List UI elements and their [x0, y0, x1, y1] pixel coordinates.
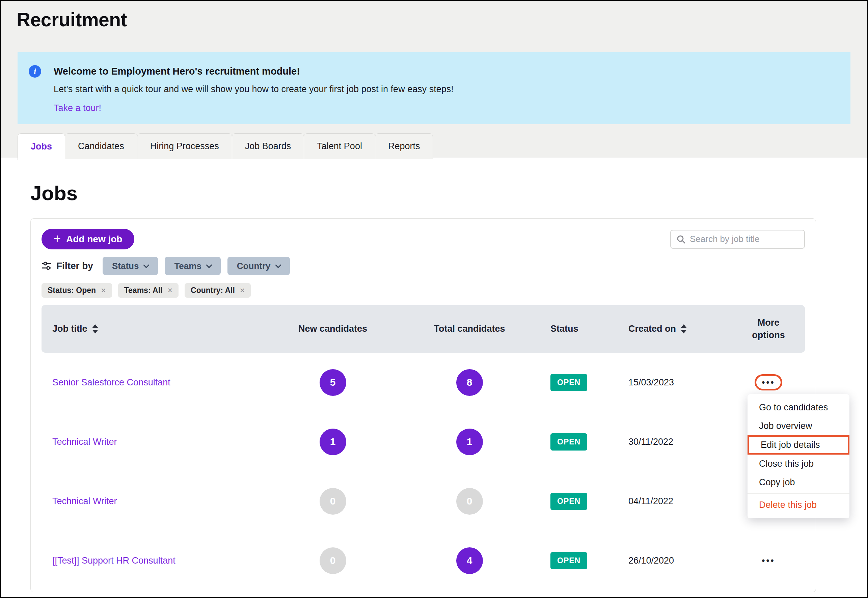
tab-bar: Jobs Candidates Hiring Processes Job Boa…: [18, 133, 867, 159]
table-row: Technical Writer 0 0 OPEN 04/11/2022 •••: [42, 471, 805, 531]
created-on-date: 15/03/2023: [628, 377, 732, 388]
header-job-title: Job title: [52, 324, 87, 334]
filter-by-text: Filter by: [56, 260, 93, 271]
created-on-date: 04/11/2022: [628, 496, 732, 507]
add-new-job-label: Add new job: [66, 234, 122, 245]
filter-icon: [42, 261, 52, 271]
remove-chip-icon[interactable]: ×: [101, 286, 106, 295]
total-candidates-count: 8: [456, 369, 483, 396]
more-options-button[interactable]: •••: [762, 556, 775, 566]
job-title-link[interactable]: Senior Salesforce Consultant: [42, 377, 277, 388]
total-candidates-count: 1: [456, 429, 483, 455]
job-title-link[interactable]: Technical Writer: [42, 496, 277, 507]
recruitment-page: { "page": { "title": "Recruitment" }, "b…: [0, 0, 868, 598]
new-candidates-count: 5: [320, 369, 346, 396]
total-candidates-count: 0: [456, 488, 483, 515]
country-filter-label: Country: [237, 261, 270, 271]
jobs-panel: Jobs + Add new job Filter by St: [1, 158, 867, 597]
job-title-link[interactable]: Technical Writer: [42, 437, 277, 447]
table-row: Technical Writer 1 1 OPEN 30/11/2022 •••: [42, 412, 805, 471]
sort-icon[interactable]: [681, 324, 687, 333]
new-candidates-count: 1: [320, 429, 346, 455]
page-title: Recruitment: [16, 9, 867, 31]
menu-item-go-to-candidates[interactable]: Go to candidates: [747, 398, 849, 417]
search-input[interactable]: [690, 234, 799, 244]
menu-item-edit-job-details[interactable]: Edit job details: [747, 435, 849, 454]
job-context-menu: Go to candidates Job overview Edit job d…: [747, 394, 849, 518]
job-title-link[interactable]: [[Test]] Support HR Consultant: [42, 556, 277, 566]
menu-item-job-overview[interactable]: Job overview: [747, 417, 849, 435]
country-filter-dropdown[interactable]: Country: [227, 257, 290, 275]
remove-chip-icon[interactable]: ×: [240, 286, 245, 295]
filter-by-label: Filter by: [42, 260, 93, 271]
table-row: [[Test]] Support HR Consultant 0 4 OPEN …: [42, 531, 805, 590]
menu-item-close-this-job[interactable]: Close this job: [747, 454, 849, 473]
status-badge: OPEN: [550, 552, 587, 569]
header-created-on: Created on: [628, 324, 676, 334]
chevron-down-icon: [206, 262, 212, 268]
chevron-down-icon: [143, 262, 149, 268]
jobs-heading: Jobs: [30, 181, 867, 206]
tab-job-boards[interactable]: Job Boards: [232, 133, 305, 159]
status-filter-label: Status: [112, 261, 139, 271]
table-row: Senior Salesforce Consultant 5 8 OPEN 15…: [42, 353, 805, 412]
chip-label: Country: All: [191, 286, 235, 295]
filter-chip-teams[interactable]: Teams: All ×: [118, 283, 179, 298]
tab-talent-pool[interactable]: Talent Pool: [304, 133, 375, 159]
sort-icon[interactable]: [92, 324, 98, 333]
header-more-options: More options: [747, 317, 790, 341]
header-total-candidates: Total candidates: [434, 324, 505, 334]
chevron-down-icon: [275, 262, 281, 268]
header-new-candidates: New candidates: [298, 324, 367, 334]
status-filter-dropdown[interactable]: Status: [103, 257, 158, 275]
filter-chip-country[interactable]: Country: All ×: [185, 283, 251, 298]
menu-divider: [747, 493, 849, 494]
new-candidates-count: 0: [320, 488, 346, 515]
welcome-banner: i Welcome to Employment Hero's recruitme…: [18, 52, 850, 124]
created-on-date: 30/11/2022: [628, 437, 732, 447]
banner-title: Welcome to Employment Hero's recruitment…: [54, 66, 837, 77]
banner-message: Let's start with a quick tour and we wil…: [54, 84, 837, 94]
created-on-date: 26/10/2020: [628, 556, 732, 566]
tab-reports[interactable]: Reports: [375, 133, 433, 159]
status-badge: OPEN: [550, 493, 587, 510]
chip-label: Status: Open: [48, 286, 96, 295]
menu-item-copy-job[interactable]: Copy job: [747, 473, 849, 492]
plus-icon: +: [54, 233, 61, 245]
search-icon: [676, 235, 686, 244]
job-search-box: [670, 230, 805, 249]
tab-hiring-processes[interactable]: Hiring Processes: [137, 133, 232, 159]
menu-item-delete-this-job[interactable]: Delete this job: [747, 496, 849, 514]
total-candidates-count: 4: [456, 547, 483, 574]
table-header: Job title New candidates Total candidate…: [42, 305, 805, 353]
jobs-card: + Add new job Filter by Status: [30, 218, 816, 592]
new-candidates-count: 0: [320, 547, 346, 574]
add-new-job-button[interactable]: + Add new job: [42, 229, 134, 250]
tab-jobs[interactable]: Jobs: [18, 133, 65, 160]
info-icon: i: [29, 65, 41, 78]
chip-label: Teams: All: [124, 286, 163, 295]
status-badge: OPEN: [550, 374, 587, 391]
filter-chip-status[interactable]: Status: Open ×: [42, 283, 112, 298]
remove-chip-icon[interactable]: ×: [168, 286, 173, 295]
status-badge: OPEN: [550, 433, 587, 450]
more-options-button[interactable]: •••: [762, 377, 775, 388]
header-status: Status: [550, 324, 628, 334]
take-a-tour-link[interactable]: Take a tour!: [54, 103, 101, 114]
teams-filter-label: Teams: [174, 261, 201, 271]
tab-candidates[interactable]: Candidates: [65, 133, 137, 159]
teams-filter-dropdown[interactable]: Teams: [165, 257, 220, 275]
